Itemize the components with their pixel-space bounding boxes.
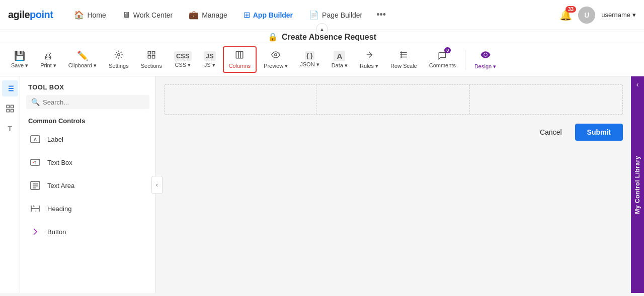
logo: agilepoint [8, 9, 53, 21]
avatar[interactable]: U [578, 7, 595, 24]
search-icon: 🔍 [31, 98, 40, 106]
preview-button[interactable]: Preview ▾ [259, 47, 293, 72]
svg-rect-3 [148, 56, 150, 58]
comments-count: 0 [444, 47, 451, 53]
control-library-label: My Control Library [634, 156, 641, 214]
svg-text:H: H [33, 205, 35, 208]
js-icon: JS [204, 51, 216, 61]
toolbox-item-heading[interactable]: Hx Heading [20, 197, 155, 220]
toolbar: 💾 Save ▾ 🖨 Print ▾ ✏️ Clipboard ▾ Settin… [0, 43, 644, 76]
design-button[interactable]: Design ▾ [469, 47, 501, 73]
toolbox-heading-text: Heading [47, 205, 71, 213]
nav-item-app-builder[interactable]: ⊞ App Builder [236, 6, 300, 24]
svg-rect-22 [7, 110, 9, 112]
nav-item-work-center[interactable]: 🖥 Work Center [115, 7, 180, 24]
briefcase-icon: 💼 [189, 10, 199, 20]
settings-button[interactable]: Settings [104, 47, 134, 72]
nav-label-manage: Manage [202, 11, 227, 19]
rules-button[interactable]: Rules ▾ [355, 47, 383, 72]
save-button[interactable]: 💾 Save ▾ [6, 47, 33, 72]
svg-text:x: x [35, 210, 37, 213]
json-icon: { } [305, 51, 314, 60]
text-area-icon [28, 178, 42, 192]
username-display[interactable]: username ▾ [601, 11, 636, 19]
toolbox-item-text-box[interactable]: T Text Box [20, 151, 155, 174]
svg-rect-4 [152, 56, 154, 58]
toolbox-text-area-text: Text Area [47, 182, 74, 189]
label-icon: A [28, 132, 42, 146]
toolbox-label-text: Label [47, 136, 63, 143]
print-button[interactable]: 🖨 Print ▾ [35, 48, 61, 72]
data-icon: A [334, 51, 345, 61]
canvas-col-3 [471, 85, 622, 114]
nav-more-button[interactable]: ••• [371, 6, 391, 24]
toolbox-button-text: Button [47, 228, 66, 236]
collapse-arrow-button[interactable]: ▲ [316, 23, 328, 35]
columns-icon [235, 50, 244, 62]
toolbar-divider [465, 50, 465, 70]
css-button[interactable]: CSS CSS ▾ [169, 48, 197, 71]
sub-header: ▲ 🔒 Create Absence Request [0, 30, 644, 43]
canvas-col-1 [165, 85, 316, 114]
right-control-library[interactable]: ‹ My Control Library [631, 76, 644, 293]
page-icon: 📄 [309, 10, 319, 20]
submit-button[interactable]: Submit [575, 124, 623, 141]
svg-point-0 [118, 54, 120, 56]
json-button[interactable]: { } JSON ▾ [295, 48, 324, 71]
sidebar-chart-icon-btn[interactable] [2, 101, 18, 117]
preview-icon [271, 50, 280, 62]
columns-button[interactable]: Columns [223, 46, 257, 73]
sections-button[interactable]: Sections [136, 47, 167, 72]
clipboard-icon: ✏️ [77, 50, 88, 61]
data-button[interactable]: A Data ▾ [327, 48, 353, 72]
common-controls-title: Common Controls [20, 114, 155, 128]
nav-item-page-builder[interactable]: 📄 Page Builder [302, 6, 369, 24]
text-box-icon: T [28, 155, 42, 169]
collapse-toolbox-button[interactable]: ‹ [151, 176, 163, 194]
settings-icon [114, 50, 123, 62]
notification-button[interactable]: 🔔 33 [559, 9, 572, 21]
canvas-area: Cancel Submit [156, 76, 631, 293]
svg-rect-20 [11, 105, 13, 108]
js-button[interactable]: JS JS ▾ [199, 48, 221, 71]
svg-rect-19 [7, 105, 9, 108]
nav-items: 🏠 Home 🖥 Work Center 💼 Manage ⊞ App Buil… [67, 6, 555, 24]
toolbox-search-container: 🔍 [26, 95, 149, 109]
left-sidebar: T [0, 76, 20, 293]
chevron-down-icon: ▾ [632, 11, 636, 19]
canvas-col-2 [317, 85, 469, 114]
grid-icon: ⊞ [244, 10, 250, 20]
row-scale-button[interactable]: Row Scale [385, 47, 422, 72]
sidebar-user-icon-btn[interactable]: T [2, 121, 18, 137]
toolbox-item-label[interactable]: A Label [20, 128, 155, 151]
toolbox-item-text-area[interactable]: Text Area [20, 174, 155, 197]
row-scale-icon [399, 50, 408, 62]
search-input[interactable] [43, 98, 144, 106]
nav-right: 🔔 33 U username ▾ [559, 7, 636, 24]
svg-point-8 [275, 53, 277, 56]
nav-label-work-center: Work Center [133, 11, 173, 19]
css-icon: CSS [174, 51, 192, 61]
sidebar-list-icon-btn[interactable] [2, 80, 18, 96]
nav-item-home[interactable]: 🏠 Home [67, 6, 113, 24]
main-layout: T TOOL BOX 🔍 Common Controls A Label T T… [0, 76, 644, 293]
canvas-actions: Cancel Submit [164, 119, 623, 146]
save-icon: 💾 [14, 50, 25, 61]
monitor-icon: 🖥 [122, 11, 130, 20]
clipboard-button[interactable]: ✏️ Clipboard ▾ [63, 47, 102, 72]
comments-button[interactable]: 0 Comments [424, 48, 461, 71]
comments-badge-container: 0 [438, 51, 447, 61]
toolbox-text-box-text: Text Box [47, 159, 72, 166]
toolbox-item-button[interactable]: Button [20, 220, 155, 243]
cancel-button[interactable]: Cancel [532, 124, 570, 140]
logo-text: agilepoint [8, 9, 53, 21]
svg-rect-2 [152, 51, 154, 54]
nav-label-app-builder: App Builder [253, 11, 293, 19]
nav-item-manage[interactable]: 💼 Manage [182, 6, 234, 24]
svg-rect-5 [236, 51, 244, 58]
button-icon [28, 225, 42, 239]
svg-text:A: A [34, 137, 37, 142]
notification-badge: 33 [566, 6, 576, 13]
right-chevron-icon: ‹ [636, 80, 639, 88]
heading-icon: Hx [28, 202, 42, 216]
